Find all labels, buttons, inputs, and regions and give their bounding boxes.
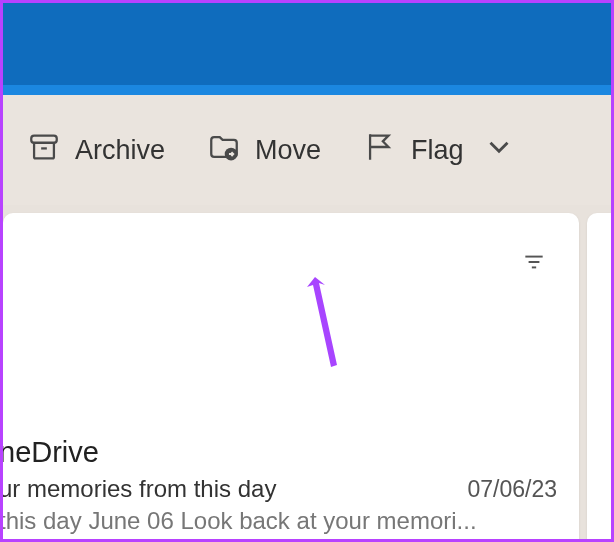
email-list-item[interactable]: neDrive ur memories from this day 07/06/… (3, 436, 579, 535)
email-list-panel: neDrive ur memories from this day 07/06/… (3, 213, 579, 542)
svg-rect-0 (31, 135, 57, 142)
chevron-down-icon[interactable] (482, 130, 516, 171)
content-area: neDrive ur memories from this day 07/06/… (3, 205, 611, 542)
archive-icon (27, 130, 61, 171)
email-date: 07/06/23 (467, 476, 557, 503)
archive-label: Archive (75, 135, 165, 166)
flag-button[interactable]: Flag (363, 130, 516, 171)
app-header-accent (3, 85, 611, 95)
annotation-arrow (293, 269, 353, 379)
email-subject: ur memories from this day (0, 475, 276, 503)
app-header-bar (3, 3, 611, 85)
move-label: Move (255, 135, 321, 166)
flag-icon (363, 130, 397, 171)
archive-button[interactable]: Archive (27, 130, 165, 171)
email-subject-row: ur memories from this day 07/06/23 (3, 475, 557, 503)
email-preview: this day June 06 Look back at your memor… (0, 507, 557, 535)
filter-button[interactable] (521, 249, 547, 279)
email-sender: neDrive (0, 436, 557, 469)
flag-label: Flag (411, 135, 464, 166)
message-toolbar: Archive Move Flag (3, 95, 611, 205)
move-button[interactable]: Move (207, 130, 321, 171)
move-folder-icon (207, 130, 241, 171)
reading-pane-edge (587, 213, 611, 542)
